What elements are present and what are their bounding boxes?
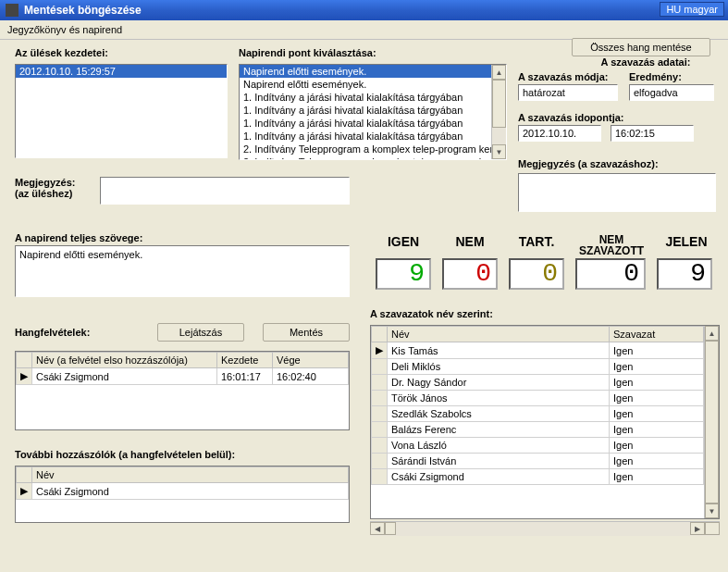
- table-row[interactable]: ▶Kis TamásIgen: [372, 342, 704, 359]
- cell-name: Csáki Zsigmond: [32, 368, 217, 385]
- cell-vote: Igen: [610, 406, 704, 422]
- row-marker: [372, 406, 388, 422]
- agenda-list[interactable]: Napirend előtti események.Napirend előtt…: [239, 64, 507, 160]
- cell-vote: Igen: [610, 359, 704, 375]
- byname-scrollbar[interactable]: ▲ ▼: [704, 326, 719, 518]
- col-name[interactable]: Név (a felvétel elso hozzászólója): [32, 353, 217, 368]
- agenda-item[interactable]: Napirend előtti események.: [240, 78, 491, 91]
- agenda-item[interactable]: 2. Indítvány Telepprogram a komplex tele…: [240, 143, 491, 155]
- cell-start: 16:01:17: [217, 368, 273, 385]
- cell-vote: Igen: [610, 391, 704, 406]
- scroll-thumb[interactable]: [705, 341, 719, 504]
- cell-vote: Igen: [610, 454, 704, 469]
- sessions-label: Az ülések kezdetei:: [15, 47, 228, 58]
- sessions-list[interactable]: 2012.10.10. 15:29:57: [15, 64, 228, 158]
- table-row[interactable]: Balázs FerencIgen: [372, 422, 704, 438]
- table-row[interactable]: Dr. Nagy SándorIgen: [372, 375, 704, 391]
- recordings-table[interactable]: Név (a felvétel elso hozzászólója) Kezde…: [16, 352, 349, 385]
- row-marker: [372, 359, 388, 375]
- vote-count-nsz: 0: [575, 258, 646, 290]
- row-marker: ▶: [17, 368, 32, 385]
- window-title: Mentések böngészése: [24, 4, 142, 17]
- vote-head-nsz: NEM SZAVAZOTT: [570, 234, 653, 256]
- votedata-header: A szavazás adatai:: [572, 56, 720, 68]
- cell-vote: Igen: [610, 375, 704, 391]
- row-marker: [372, 391, 388, 406]
- scroll-up-icon[interactable]: ▲: [705, 326, 719, 341]
- votecomment-label: Megjegyzés (a szavazáshoz):: [518, 158, 716, 169]
- play-button[interactable]: Lejátszás: [157, 323, 244, 342]
- scroll-left-icon[interactable]: ◀: [370, 522, 385, 535]
- agenda-item[interactable]: Napirend előtti események.: [240, 65, 491, 78]
- cell-name: Sárándi István: [388, 454, 610, 469]
- cell-name: Deli Miklós: [388, 359, 610, 375]
- table-row[interactable]: Sárándi IstvánIgen: [372, 454, 704, 469]
- cell-name: Balázs Ferenc: [388, 422, 610, 438]
- table-header-row: Név: [17, 467, 349, 483]
- col-name[interactable]: Név: [32, 467, 349, 483]
- agenda-item[interactable]: 1. Indítvány a járási hivatal kialakítás…: [240, 91, 491, 104]
- scroll-right-icon[interactable]: ▶: [690, 522, 705, 535]
- table-header-row: Név Szavazat: [372, 327, 704, 342]
- agenda-label: Napirendi pont kiválasztása:: [239, 47, 507, 58]
- agenda-item[interactable]: 1. Indítvány a járási hivatal kialakítás…: [240, 130, 491, 143]
- scroll-up-icon[interactable]: ▲: [492, 65, 506, 80]
- cell-vote: Igen: [610, 438, 704, 454]
- votemode-label: A szavazás módja:: [518, 71, 618, 82]
- vote-count-nem: 0: [442, 258, 498, 290]
- cell-name: Dr. Nagy Sándor: [388, 375, 610, 391]
- table-row[interactable]: ▶Csáki Zsigmond: [17, 483, 349, 500]
- vote-count-tart: 0: [509, 258, 564, 290]
- col-end[interactable]: Vége: [273, 353, 349, 368]
- cell-name: Csáki Zsigmond: [388, 469, 610, 485]
- col-vote[interactable]: Szavazat: [610, 327, 704, 342]
- language-button[interactable]: HU magyar: [660, 2, 724, 17]
- table-row[interactable]: Csáki ZsigmondIgen: [372, 469, 704, 485]
- cell-end: 16:02:40: [273, 368, 349, 385]
- scroll-down-icon[interactable]: ▼: [705, 504, 719, 518]
- cell-name: Kis Tamás: [388, 342, 610, 359]
- result-label: Eredmény:: [629, 71, 714, 82]
- row-marker: [372, 422, 388, 438]
- agenda-item[interactable]: 1. Indítvány a járási hivatal kialakítás…: [240, 104, 491, 117]
- hscroll-thumb[interactable]: [385, 522, 396, 535]
- row-marker: [372, 469, 388, 485]
- table-row[interactable]: Vona LászlóIgen: [372, 438, 704, 454]
- col-name[interactable]: Név: [388, 327, 610, 342]
- byname-table[interactable]: Név Szavazat ▶Kis TamásIgenDeli MiklósIg…: [371, 326, 704, 485]
- votetime-value: 16:02:15: [611, 125, 694, 142]
- agenda-item[interactable]: 2. Indítvány Telepprogram a komplex tele…: [240, 155, 491, 160]
- votecomment-field[interactable]: [518, 173, 716, 212]
- session-comment-field[interactable]: [100, 177, 350, 205]
- table-row[interactable]: Török JánosIgen: [372, 391, 704, 406]
- recordings-label: Hangfelvételek:: [15, 327, 139, 338]
- subtitle: Jegyzőkönyv és napirend: [0, 20, 728, 40]
- table-header-row: Név (a felvétel elso hozzászólója) Kezde…: [17, 353, 349, 368]
- row-marker: ▶: [17, 483, 32, 500]
- agenda-scrollbar[interactable]: ▲ ▼: [491, 65, 506, 159]
- save-button[interactable]: Mentés: [263, 323, 350, 342]
- scroll-corner: [705, 522, 720, 535]
- save-all-button[interactable]: Összes hang mentése: [572, 38, 710, 56]
- cell-vote: Igen: [610, 469, 704, 485]
- votedate-value: 2012.10.10.: [518, 125, 601, 142]
- col-start[interactable]: Kezdete: [217, 353, 273, 368]
- votetime-label: A szavazás idopontja:: [518, 112, 694, 123]
- vote-head-jelen: JELEN: [653, 234, 720, 256]
- row-marker: ▶: [372, 342, 388, 359]
- hscroll[interactable]: ◀ ▶: [370, 521, 720, 536]
- table-row[interactable]: Szedlák SzabolcsIgen: [372, 406, 704, 422]
- scroll-down-icon[interactable]: ▼: [492, 144, 506, 159]
- fulltext-field[interactable]: Napirend előtti események.: [15, 245, 350, 297]
- app-icon: [6, 4, 19, 17]
- vote-count-igen: 9: [376, 258, 431, 290]
- table-row[interactable]: ▶Csáki Zsigmond16:01:1716:02:40: [17, 368, 349, 385]
- session-item[interactable]: 2012.10.10. 15:29:57: [16, 65, 227, 78]
- speakers-table[interactable]: Név ▶Csáki Zsigmond: [16, 466, 349, 500]
- table-row[interactable]: Deli MiklósIgen: [372, 359, 704, 375]
- vote-head-igen: IGEN: [370, 234, 437, 256]
- agenda-item[interactable]: 1. Indítvány a járási hivatal kialakítás…: [240, 117, 491, 130]
- session-comment-label2: (az üléshez): [15, 188, 93, 199]
- scroll-thumb[interactable]: [492, 80, 506, 128]
- cell-vote: Igen: [610, 422, 704, 438]
